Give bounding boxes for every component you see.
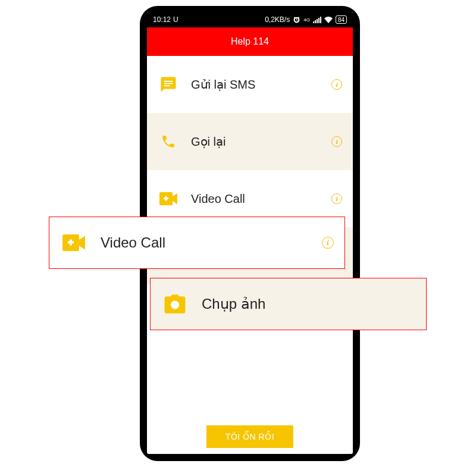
svg-rect-5	[164, 81, 173, 82]
status-bar: 10:12 U 0,2KB/s 4G 84	[147, 12, 353, 27]
battery-level: 84	[338, 17, 345, 23]
svg-rect-14	[70, 239, 72, 245]
ok-button[interactable]: TÔI ỔN RỒI	[206, 425, 293, 448]
info-icon[interactable]: i	[331, 136, 342, 147]
svg-rect-3	[318, 18, 320, 23]
menu-label-call: Gọi lại	[191, 134, 331, 149]
video-icon	[159, 189, 178, 208]
svg-point-15	[171, 300, 179, 309]
svg-rect-10	[165, 196, 167, 201]
info-icon[interactable]: i	[331, 79, 342, 90]
phone-icon	[159, 132, 178, 151]
callout-label-photo: Chụp ảnh	[202, 296, 415, 312]
status-indicator: U	[173, 15, 178, 24]
svg-rect-0	[313, 21, 314, 23]
sms-icon	[159, 75, 178, 94]
callout-photo[interactable]: Chụp ảnh	[150, 278, 427, 330]
menu-label-sms: Gửi lại SMS	[191, 77, 331, 92]
menu-label-video: Video Call	[191, 192, 331, 206]
svg-rect-1	[315, 20, 316, 23]
alarm-icon	[293, 16, 300, 24]
svg-rect-6	[164, 83, 173, 84]
svg-rect-4	[320, 17, 321, 23]
svg-rect-2	[317, 19, 318, 23]
status-data-rate: 0,2KB/s	[265, 15, 290, 24]
battery-indicator: 84	[336, 15, 347, 24]
status-time: 10:12	[153, 15, 171, 24]
network-label: 4G	[303, 17, 310, 23]
signal-icon	[313, 16, 321, 23]
svg-rect-7	[164, 85, 170, 86]
app-header: Help 114	[147, 27, 353, 56]
info-icon[interactable]: i	[331, 193, 342, 204]
video-icon	[62, 231, 85, 254]
app-title: Help 114	[231, 36, 269, 47]
wifi-icon	[324, 17, 333, 23]
info-icon[interactable]: i	[322, 237, 334, 249]
camera-icon	[164, 293, 186, 315]
status-left: 10:12 U	[153, 15, 178, 24]
status-right: 0,2KB/s 4G 84	[265, 15, 347, 24]
menu-item-call[interactable]: Gọi lại i	[147, 113, 353, 170]
menu-item-sms[interactable]: Gửi lại SMS i	[147, 56, 353, 113]
callout-label-video: Video Call	[101, 234, 322, 251]
callout-video-call[interactable]: Video Call i	[49, 217, 345, 269]
